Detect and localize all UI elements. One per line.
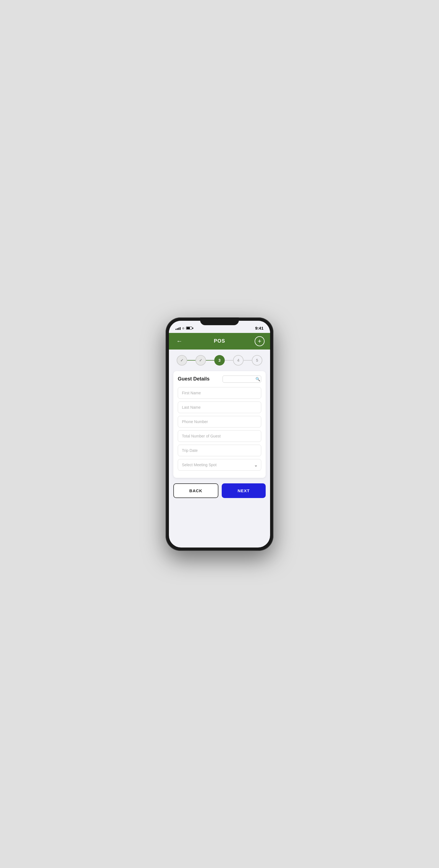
header-title: POS: [214, 338, 225, 344]
step-line-1-2: [187, 360, 195, 361]
status-icons: ⌾: [176, 326, 192, 330]
meeting-spot-select[interactable]: Select Meeting Spot: [178, 459, 261, 470]
app-header: ← POS +: [169, 333, 270, 349]
search-box[interactable]: 🔍: [223, 375, 261, 383]
back-button[interactable]: BACK: [173, 483, 218, 498]
back-nav-button[interactable]: ←: [175, 336, 184, 346]
first-name-field: [178, 387, 261, 399]
meeting-spot-field: Select Meeting Spot ⌄: [178, 459, 261, 471]
action-buttons: BACK NEXT: [173, 483, 266, 498]
card-header: Guest Details 🔍: [178, 375, 261, 383]
guest-details-card: Guest Details 🔍: [173, 371, 266, 478]
phone-input[interactable]: [178, 416, 261, 428]
first-name-input[interactable]: [178, 387, 261, 399]
total-guests-input[interactable]: [178, 430, 261, 442]
add-button[interactable]: +: [255, 336, 264, 346]
phone-screen: ⌾ 9:41 ← POS + ✓ ✓: [169, 321, 270, 548]
step-line-3-4: [225, 360, 233, 361]
step-line-4-5: [244, 360, 252, 361]
notch: [200, 317, 239, 325]
step-3: 3: [214, 355, 225, 366]
next-button[interactable]: NEXT: [222, 483, 266, 498]
last-name-input[interactable]: [178, 402, 261, 413]
card-title: Guest Details: [178, 376, 210, 382]
wifi-icon: ⌾: [182, 326, 184, 330]
battery-icon: [186, 327, 192, 330]
last-name-field: [178, 402, 261, 413]
search-icon: 🔍: [255, 377, 260, 381]
signal-icon: [176, 327, 181, 330]
step-line-2-3: [206, 360, 214, 361]
search-input[interactable]: [225, 377, 255, 381]
phone-frame: ⌾ 9:41 ← POS + ✓ ✓: [165, 317, 274, 551]
progress-stepper: ✓ ✓ 3 4 5: [173, 355, 266, 366]
trip-date-input[interactable]: [178, 445, 261, 456]
step-5: 5: [252, 355, 262, 366]
main-content: ✓ ✓ 3 4 5: [169, 349, 270, 548]
step-1: ✓: [177, 355, 187, 366]
step-2: ✓: [195, 355, 206, 366]
trip-date-field: [178, 445, 261, 456]
meeting-spot-wrapper[interactable]: Select Meeting Spot ⌄: [178, 459, 261, 471]
phone-field: [178, 416, 261, 428]
step-4: 4: [233, 355, 244, 366]
status-time: 9:41: [255, 326, 263, 331]
total-guests-field: [178, 430, 261, 442]
